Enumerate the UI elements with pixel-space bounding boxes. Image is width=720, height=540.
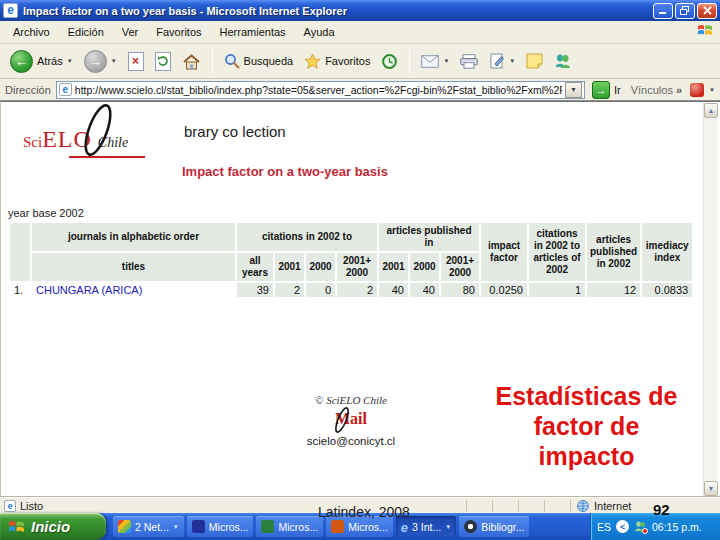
toolbar-separator: [409, 49, 410, 73]
windows-flag-icon: [8, 518, 25, 535]
language-indicator[interactable]: ES: [597, 521, 611, 533]
mail-dropdown-icon[interactable]: ▼: [443, 58, 449, 64]
messenger-status-dot: [642, 528, 648, 534]
menu-ayuda[interactable]: Ayuda: [295, 23, 344, 41]
menu-favoritos[interactable]: Favoritos: [147, 23, 210, 41]
history-button[interactable]: [377, 51, 402, 72]
messenger-button[interactable]: [550, 51, 575, 71]
logo-swoosh-icon: [53, 102, 143, 160]
clock[interactable]: 06:15 p.m.: [652, 521, 702, 533]
mail-logo: Mail: [335, 410, 367, 432]
address-input-wrap: e ▼: [56, 81, 585, 99]
close-button[interactable]: [697, 3, 717, 19]
ie-icon: e: [3, 3, 18, 18]
address-dropdown-button[interactable]: ▼: [565, 82, 582, 98]
minimize-button[interactable]: [653, 3, 673, 19]
scroll-down-button[interactable]: ▼: [704, 481, 718, 496]
edit-button[interactable]: ▼: [485, 51, 519, 71]
print-button[interactable]: [456, 52, 482, 71]
address-bar: Dirección e ▼ → Ir Vínculos » ▼: [0, 79, 720, 101]
back-label: Atrás: [37, 55, 63, 67]
back-dropdown-icon[interactable]: ▼: [67, 58, 73, 64]
cell-cit-2001: 2: [275, 283, 304, 297]
stop-button[interactable]: ×: [124, 50, 148, 73]
col-journals: journals in alphabetic order: [32, 223, 235, 251]
status-pane: [492, 500, 518, 512]
col-impact-factor: impact factor: [481, 223, 527, 281]
taskbar-item-icon: [464, 520, 477, 533]
table-group-header-row: journals in alphabetic order citations i…: [10, 223, 692, 251]
links-bar[interactable]: Vínculos »: [628, 84, 685, 96]
start-label: Inicio: [31, 518, 70, 535]
discuss-button[interactable]: [522, 51, 547, 71]
taskbar-item-icon: [118, 520, 131, 533]
restore-button[interactable]: [675, 3, 695, 19]
taskbar-item-3[interactable]: Micros...: [256, 516, 323, 537]
menu-bar: Archivo Edición Ver Favoritos Herramient…: [0, 21, 720, 44]
cell-pub-2002: 12: [587, 283, 640, 297]
contact-email[interactable]: scielo@conicyt.cl: [253, 435, 449, 447]
cell-pub-2000: 40: [410, 283, 439, 297]
cell-pub-2001: 40: [379, 283, 408, 297]
print-icon: [460, 54, 478, 69]
favorites-star-icon: [304, 53, 321, 69]
cell-imediacy: 0.0833: [642, 283, 692, 297]
navigation-toolbar: ← Atrás ▼ → ▼ × Busqueda Favoritos: [0, 44, 720, 79]
scroll-up-button[interactable]: ▲: [704, 103, 718, 118]
address-input[interactable]: [75, 84, 562, 96]
messenger-icon: [554, 53, 571, 69]
taskbar-item-2[interactable]: Micros...: [187, 516, 254, 537]
globe-icon: [577, 500, 589, 512]
menu-ver[interactable]: Ver: [113, 23, 148, 41]
scielo-logo[interactable]: SciELOChile: [23, 110, 158, 168]
messenger-tray-icon[interactable]: [634, 520, 647, 533]
search-button[interactable]: Busqueda: [220, 51, 298, 71]
links-label: Vínculos: [631, 84, 673, 96]
browser-viewport: SciELOChile brary co lection Impact fact…: [0, 101, 720, 497]
search-label: Busqueda: [244, 55, 294, 67]
status-pane: [544, 500, 570, 512]
slide-headline: Estadísticas de factor de impacto: [484, 381, 689, 471]
edit-dropdown-icon[interactable]: ▼: [509, 58, 515, 64]
address-label: Dirección: [5, 84, 51, 96]
refresh-button[interactable]: [151, 50, 175, 73]
forward-icon: →: [84, 50, 107, 73]
links-chevron-icon[interactable]: »: [676, 84, 682, 96]
menu-herramientas[interactable]: Herramientas: [211, 23, 295, 41]
favorites-button[interactable]: Favoritos: [300, 51, 374, 71]
sub-2000: 2000: [306, 253, 335, 281]
note-icon: [526, 53, 543, 69]
sub-2001: 2001: [275, 253, 304, 281]
taskbar-item-group-1[interactable]: 2 Net... ▼: [113, 516, 184, 537]
vertical-scrollbar[interactable]: ▲ ▼: [703, 103, 717, 496]
stats-table: journals in alphabetic order citations i…: [8, 221, 694, 299]
window-title: Impact factor on a two year basis - Micr…: [23, 5, 653, 17]
edit-icon: [489, 53, 505, 69]
cell-all-years: 39: [237, 283, 273, 297]
status-pane: [518, 500, 544, 512]
mail-button[interactable]: ▼: [417, 53, 453, 70]
journal-link[interactable]: CHUNGARA (ARICA): [36, 284, 142, 296]
addon-icon[interactable]: [690, 83, 704, 97]
taskbar-item-6[interactable]: Bibliogr...: [459, 516, 529, 537]
tray-collapse-button[interactable]: <: [616, 520, 629, 533]
col-imediacy: imediacy index: [642, 223, 692, 281]
start-button[interactable]: Inicio: [0, 513, 106, 540]
go-icon: →: [592, 81, 610, 99]
forward-button[interactable]: → ▼: [80, 48, 121, 75]
menu-archivo[interactable]: Archivo: [4, 23, 59, 41]
cell-cit-sum: 2: [337, 283, 377, 297]
go-button[interactable]: → Ir: [590, 81, 623, 99]
sub-2001: 2001: [379, 253, 408, 281]
home-button[interactable]: [178, 51, 205, 72]
ie-icon: e: [401, 520, 408, 533]
back-button[interactable]: ← Atrás ▼: [6, 48, 77, 75]
group-dropdown-icon[interactable]: ▼: [445, 524, 451, 530]
cell-impact-factor: 0.0250: [481, 283, 527, 297]
addon-dropdown-icon[interactable]: ▼: [709, 87, 715, 93]
forward-dropdown-icon[interactable]: ▼: [111, 58, 117, 64]
menu-edicion[interactable]: Edición: [59, 23, 113, 41]
favorites-label: Favoritos: [325, 55, 370, 67]
group-dropdown-icon[interactable]: ▼: [173, 524, 179, 530]
minimize-icon: [658, 6, 668, 15]
